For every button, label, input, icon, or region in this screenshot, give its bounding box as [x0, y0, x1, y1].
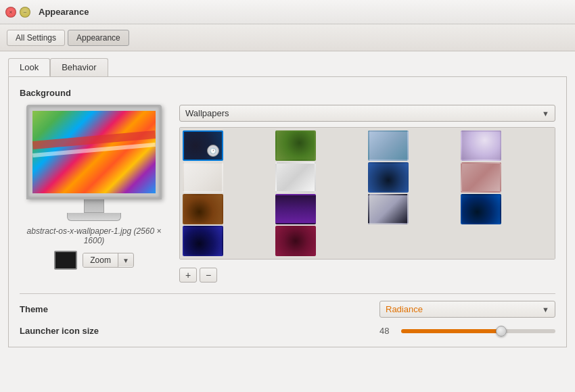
wallpaper-thumb-8[interactable]: [461, 162, 501, 193]
wallpaper-grid: 🕐: [180, 128, 555, 259]
monitor-preview: abstract-os-x-wallpaper-1.jpg (2560 × 16…: [20, 105, 168, 245]
wallpaper-source-label: Wallpapers: [185, 108, 229, 118]
all-settings-button[interactable]: All Settings: [7, 30, 65, 46]
monitor-body: [26, 105, 162, 199]
zoom-arrow-icon[interactable]: ▼: [118, 255, 133, 266]
wallpaper-thumb-13[interactable]: [183, 226, 223, 256]
slider-thumb[interactable]: [496, 326, 507, 337]
launcher-icon-size-row: Launcher icon size 48: [20, 326, 555, 336]
wallpaper-grid-container: 🕐: [179, 127, 555, 260]
wallpaper-thumb-10[interactable]: [275, 194, 316, 224]
wallpaper-thumb-7[interactable]: [368, 162, 409, 193]
remove-wallpaper-button[interactable]: −: [200, 268, 217, 283]
window-controls: × −: [5, 7, 30, 18]
wallpaper-source-dropdown[interactable]: Wallpapers ▼: [179, 105, 555, 122]
left-panel: abstract-os-x-wallpaper-1.jpg (2560 × 16…: [20, 105, 168, 270]
slider-value: 48: [380, 326, 396, 336]
wallpaper-thumb-6[interactable]: [275, 162, 316, 193]
right-panel: Wallpapers ▼ 🕐: [179, 105, 555, 283]
wallpaper-filename: abstract-os-x-wallpaper-1.jpg (2560 × 16…: [20, 226, 168, 245]
controls-row: Zoom ▼: [54, 251, 134, 270]
wallpaper-thumb-1-content: 🕐: [184, 132, 222, 160]
toolbar: All Settings Appearance: [0, 24, 575, 51]
theme-row: Theme Radiance ▼: [20, 301, 555, 318]
theme-label: Theme: [20, 304, 48, 314]
title-bar: × − Appearance: [0, 0, 575, 24]
wallpaper-thumb-9[interactable]: [183, 194, 223, 224]
wallpaper-thumb-4[interactable]: [461, 130, 501, 161]
theme-dropdown[interactable]: Radiance ▼: [380, 301, 555, 318]
wallpaper-preview: [32, 111, 156, 193]
monitor-stand-top: [84, 199, 104, 213]
wallpaper-thumb-2[interactable]: [275, 130, 316, 161]
wallpaper-thumb-12[interactable]: [461, 194, 501, 224]
main-content: Look Behavior Background: [0, 51, 575, 354]
clock-overlay: 🕐: [207, 145, 219, 157]
background-layout: abstract-os-x-wallpaper-1.jpg (2560 × 16…: [20, 105, 555, 283]
wallpaper-thumb-1[interactable]: 🕐: [183, 130, 223, 161]
theme-dropdown-arrow-icon: ▼: [542, 305, 549, 314]
tab-behavior[interactable]: Behavior: [50, 58, 108, 76]
zoom-label: Zoom: [83, 253, 118, 267]
grid-controls: + −: [179, 268, 555, 283]
appearance-button[interactable]: Appearance: [68, 30, 129, 46]
tabs: Look Behavior: [8, 58, 567, 76]
monitor-screen: [32, 111, 156, 193]
zoom-dropdown[interactable]: Zoom ▼: [83, 253, 134, 268]
minimize-button[interactable]: −: [20, 7, 30, 18]
slider-container: 48: [380, 326, 555, 336]
tab-look[interactable]: Look: [8, 58, 50, 76]
background-label: Background: [20, 88, 555, 98]
tab-content: Background: [8, 76, 567, 347]
slider-track[interactable]: [401, 329, 555, 333]
theme-value: Radiance: [386, 304, 423, 314]
launcher-icon-size-label: Launcher icon size: [20, 326, 99, 336]
dropdown-arrow-icon: ▼: [542, 109, 549, 118]
window-title: Appearance: [39, 7, 89, 17]
close-button[interactable]: ×: [5, 7, 16, 18]
divider-1: [20, 293, 555, 294]
wallpaper-thumb-5[interactable]: [183, 162, 223, 193]
wallpaper-thumb-11[interactable]: [368, 194, 409, 224]
add-wallpaper-button[interactable]: +: [179, 268, 197, 283]
wallpaper-thumb-3[interactable]: [368, 130, 409, 161]
background-section: Background: [20, 88, 555, 283]
monitor-stand-base: [67, 213, 121, 221]
color-swatch[interactable]: [54, 251, 77, 270]
wallpaper-thumb-14[interactable]: [275, 226, 316, 256]
